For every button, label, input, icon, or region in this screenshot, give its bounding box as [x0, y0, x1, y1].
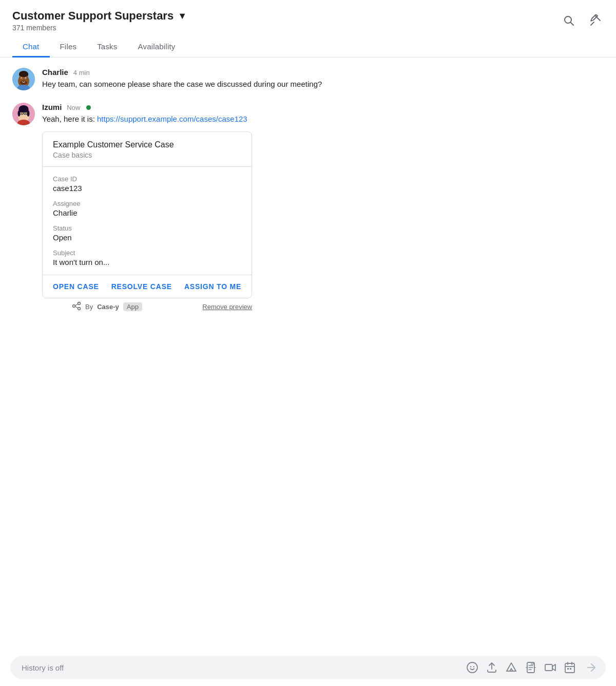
input-bar-inner: History is off	[10, 656, 606, 679]
input-bar: History is off	[0, 649, 616, 686]
send-icon	[585, 661, 598, 674]
message-charlie: Charlie 4 min Hey team, can someone plea…	[12, 68, 604, 90]
case-field-assignee-label: Assignee	[53, 200, 241, 207]
app-badge: App	[123, 302, 142, 311]
tabs: Chat Files Tasks Availability	[0, 37, 616, 58]
header-title: Customer Support Superstars ▼	[12, 9, 187, 23]
svg-rect-44	[545, 664, 552, 671]
case-field-id-label: Case ID	[53, 175, 241, 183]
tab-chat[interactable]: Chat	[12, 37, 50, 58]
input-placeholder[interactable]: History is off	[22, 663, 458, 672]
svg-point-29	[78, 302, 81, 304]
resolve-case-button[interactable]: RESOLVE CASE	[111, 282, 172, 291]
input-icons	[466, 661, 598, 674]
case-card-subtitle: Case basics	[53, 151, 241, 159]
izumi-message-header: Izumi Now	[42, 103, 252, 111]
svg-rect-45	[565, 663, 574, 673]
emoji-icon	[466, 661, 478, 674]
svg-rect-8	[19, 73, 28, 76]
doc-icon	[525, 661, 537, 674]
online-dot	[86, 105, 91, 110]
case-card-title: Example Customer Service Case	[53, 140, 241, 149]
tab-files[interactable]: Files	[50, 37, 87, 58]
svg-line-31	[75, 304, 78, 306]
tab-availability[interactable]: Availability	[128, 37, 186, 58]
svg-point-35	[473, 666, 474, 667]
case-field-assignee: Assignee Charlie	[53, 200, 241, 217]
chevron-down-icon[interactable]: ▼	[178, 11, 187, 22]
avatar-izumi	[12, 103, 35, 125]
header-icons	[561, 9, 604, 32]
charlie-sender: Charlie	[42, 68, 68, 77]
doc-button[interactable]	[525, 661, 537, 674]
calendar-button[interactable]	[564, 661, 576, 674]
case-field-id: Case ID case123	[53, 175, 241, 193]
group-name: Customer Support Superstars	[12, 9, 174, 23]
case-card-details: Case ID case123 Assignee Charlie Status …	[43, 167, 252, 275]
pin-button[interactable]	[587, 12, 604, 32]
open-case-button[interactable]: OPEN CASE	[53, 282, 99, 291]
tab-tasks[interactable]: Tasks	[87, 37, 127, 58]
case-card-header: Example Customer Service Case Case basic…	[43, 132, 252, 167]
svg-point-28	[73, 304, 75, 307]
svg-rect-50	[570, 668, 571, 670]
charlie-time: 4 min	[73, 69, 90, 77]
assign-to-me-button[interactable]: ASSIGN TO ME	[184, 282, 241, 291]
pin-icon	[589, 14, 602, 27]
drive-button[interactable]	[505, 661, 517, 674]
case-link[interactable]: https://support.example.com/cases/case12…	[97, 115, 247, 123]
case-field-subject-value: It won't turn on...	[53, 258, 241, 266]
svg-line-3	[595, 16, 600, 21]
svg-rect-19	[19, 108, 29, 112]
izumi-sender: Izumi	[42, 103, 62, 111]
drive-icon	[505, 661, 517, 674]
izumi-text-prefix: Yeah, here it is:	[42, 115, 97, 123]
svg-point-25	[21, 113, 22, 114]
app-name: Case-y	[97, 303, 119, 311]
case-field-subject: Subject It won't turn on...	[53, 249, 241, 266]
svg-rect-49	[567, 668, 569, 670]
charlie-message-header: Charlie 4 min	[42, 68, 322, 77]
svg-point-34	[470, 666, 471, 667]
message-izumi: Izumi Now Yeah, here it is: https://supp…	[12, 103, 604, 313]
svg-line-1	[571, 23, 574, 26]
calendar-icon	[564, 661, 576, 674]
izumi-text: Yeah, here it is: https://support.exampl…	[42, 113, 252, 125]
charlie-text: Hey team, can someone please share the c…	[42, 79, 322, 90]
svg-point-12	[26, 78, 27, 79]
svg-line-2	[591, 22, 594, 25]
by-text: By	[85, 303, 93, 311]
video-button[interactable]	[544, 661, 556, 674]
izumi-time: Now	[67, 104, 80, 111]
search-button[interactable]	[561, 12, 577, 32]
upload-button[interactable]	[486, 661, 498, 674]
case-field-status-value: Open	[53, 233, 241, 242]
case-field-id-value: case123	[53, 184, 241, 193]
svg-point-26	[25, 113, 26, 114]
casey-icon	[72, 301, 81, 313]
search-icon	[563, 14, 575, 27]
send-button[interactable]	[585, 661, 598, 674]
avatar-charlie	[12, 68, 35, 90]
header: Customer Support Superstars ▼ 371 member…	[0, 0, 616, 32]
members-count: 371 members	[12, 24, 187, 32]
case-field-subject-label: Subject	[53, 249, 241, 257]
izumi-message-body: Izumi Now Yeah, here it is: https://supp…	[42, 103, 252, 313]
case-field-status-label: Status	[53, 224, 241, 232]
svg-point-30	[78, 307, 81, 310]
by-app-row: By Case-y App Remove preview	[72, 301, 252, 313]
video-icon	[544, 661, 556, 674]
header-left: Customer Support Superstars ▼ 371 member…	[12, 9, 187, 32]
emoji-button[interactable]	[466, 661, 478, 674]
case-field-status: Status Open	[53, 224, 241, 242]
svg-point-11	[22, 78, 23, 79]
case-field-assignee-value: Charlie	[53, 208, 241, 217]
svg-point-33	[467, 662, 477, 673]
case-card: Example Customer Service Case Case basic…	[42, 131, 252, 298]
chat-area: Charlie 4 min Hey team, can someone plea…	[0, 58, 616, 335]
case-card-actions: OPEN CASE RESOLVE CASE ASSIGN TO ME	[43, 275, 252, 298]
upload-icon	[486, 661, 498, 674]
izumi-avatar-svg	[12, 103, 35, 125]
svg-line-32	[75, 307, 78, 308]
remove-preview-link[interactable]: Remove preview	[202, 303, 252, 311]
